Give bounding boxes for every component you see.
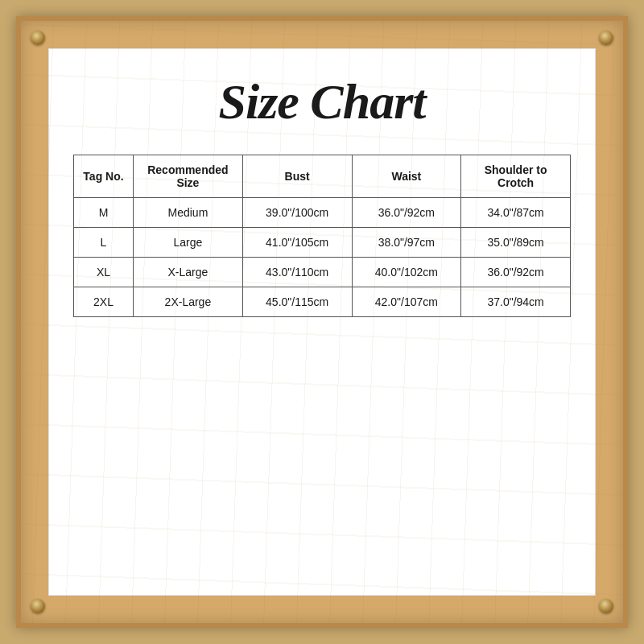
cell-tag: M — [74, 198, 134, 228]
cell-tag: L — [74, 228, 134, 258]
header-tag: Tag No. — [74, 155, 134, 198]
size-chart-table: Tag No. Recommended Size Bust Waist Shou… — [73, 155, 571, 317]
cell-waist: 40.0"/102cm — [352, 258, 461, 287]
inner-panel: Size Chart Tag No. Recommended Size Bust — [48, 48, 596, 596]
header-waist: Waist — [352, 155, 461, 198]
cell-recommended: X-Large — [134, 258, 243, 287]
cell-waist: 38.0"/97cm — [352, 228, 461, 258]
header-bust: Bust — [242, 155, 352, 198]
table-row: M Medium 39.0"/100cm 36.0"/92cm 34.0"/87… — [74, 198, 571, 228]
cell-recommended: Large — [134, 228, 243, 258]
cell-recommended: 2X-Large — [134, 287, 243, 317]
table-row: XL X-Large 43.0"/110cm 40.0"/102cm 36.0"… — [74, 258, 571, 287]
frame: Size Chart Tag No. Recommended Size Bust — [16, 16, 628, 628]
cell-bust: 45.0"/115cm — [242, 287, 352, 317]
bolt-bottom-left — [31, 599, 45, 613]
cell-shoulder: 35.0"/89cm — [461, 228, 571, 258]
cell-waist: 42.0"/107cm — [352, 287, 461, 317]
table-row: 2XL 2X-Large 45.0"/115cm 42.0"/107cm 37.… — [74, 287, 571, 317]
bolt-top-left — [31, 31, 45, 45]
cell-bust: 41.0"/105cm — [242, 228, 352, 258]
cell-shoulder: 36.0"/92cm — [461, 258, 571, 287]
header-shoulder: Shoulder to Crotch — [461, 155, 571, 198]
cell-recommended: Medium — [134, 198, 243, 228]
header-recommended: Recommended Size — [134, 155, 243, 198]
cell-tag: 2XL — [74, 287, 134, 317]
bolt-top-right — [599, 31, 613, 45]
bolt-bottom-right — [599, 599, 613, 613]
cell-bust: 43.0"/110cm — [242, 258, 352, 287]
table-row: L Large 41.0"/105cm 38.0"/97cm 35.0"/89c… — [74, 228, 571, 258]
cell-bust: 39.0"/100cm — [242, 198, 352, 228]
cell-waist: 36.0"/92cm — [352, 198, 461, 228]
cell-shoulder: 34.0"/87cm — [461, 198, 571, 228]
cell-shoulder: 37.0"/94cm — [461, 287, 571, 317]
page-title: Size Chart — [218, 73, 425, 130]
cell-tag: XL — [74, 258, 134, 287]
